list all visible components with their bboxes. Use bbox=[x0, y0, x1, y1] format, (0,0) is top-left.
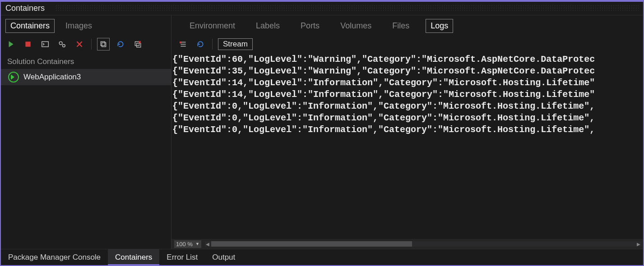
running-icon bbox=[7, 72, 18, 83]
containers-tool-window: Containers Containers Images bbox=[0, 0, 644, 266]
remove-button[interactable] bbox=[73, 38, 86, 50]
zoom-select[interactable]: 100 % ▼ bbox=[174, 240, 201, 248]
containers-list: WebApplication3 bbox=[1, 69, 171, 249]
log-text[interactable]: {"EventId":60,"LogLevel":"Warning","Cate… bbox=[171, 53, 643, 137]
start-button[interactable] bbox=[5, 38, 17, 50]
panel-title: Containers bbox=[5, 4, 47, 13]
scrollbar-thumb[interactable] bbox=[211, 241, 412, 247]
copy-button[interactable] bbox=[97, 38, 110, 50]
gears-icon bbox=[58, 40, 66, 48]
svg-point-3 bbox=[63, 45, 65, 47]
terminal-button[interactable] bbox=[39, 38, 51, 50]
refresh-icon bbox=[116, 40, 125, 48]
svg-rect-0 bbox=[25, 41, 30, 46]
svg-rect-1 bbox=[42, 41, 49, 46]
left-subtabs: Containers Images bbox=[1, 15, 171, 36]
zoom-value: 100 % bbox=[176, 241, 193, 248]
right-pane: Environment Labels Ports Volumes Files L… bbox=[171, 15, 643, 249]
toolbar-separator bbox=[212, 39, 213, 50]
chevron-down-icon: ▼ bbox=[195, 242, 199, 246]
svg-point-2 bbox=[59, 41, 62, 45]
tab-labels[interactable]: Labels bbox=[251, 19, 284, 32]
refresh-button[interactable] bbox=[114, 38, 127, 50]
scroll-right-arrow-icon[interactable]: ▶ bbox=[636, 241, 641, 247]
panel-titlebar[interactable]: Containers bbox=[1, 2, 643, 15]
clear-logs-button[interactable] bbox=[177, 38, 190, 50]
panel-grip[interactable] bbox=[55, 5, 639, 12]
left-pane: Containers Images bbox=[1, 15, 171, 249]
svg-rect-6 bbox=[135, 41, 139, 46]
section-label: Solution Containers bbox=[1, 53, 171, 69]
bottom-tab-pmc[interactable]: Package Manager Console bbox=[1, 249, 108, 265]
stop-icon bbox=[24, 40, 32, 48]
svg-rect-5 bbox=[102, 43, 106, 47]
tab-logs[interactable]: Logs bbox=[426, 19, 453, 33]
tab-environment[interactable]: Environment bbox=[185, 19, 240, 32]
stream-toggle[interactable]: Stream bbox=[218, 38, 253, 50]
tab-files[interactable]: Files bbox=[388, 19, 414, 32]
copy-icon bbox=[99, 40, 107, 48]
x-icon bbox=[75, 40, 83, 48]
play-icon bbox=[7, 40, 15, 48]
bottom-tab-containers[interactable]: Containers bbox=[108, 249, 159, 265]
container-item-webapplication3[interactable]: WebApplication3 bbox=[1, 69, 171, 85]
subtab-containers[interactable]: Containers bbox=[5, 19, 55, 33]
zoom-bar: 100 % ▼ ◀ ▶ bbox=[171, 239, 643, 249]
log-viewport: {"EventId":60,"LogLevel":"Warning","Cate… bbox=[171, 53, 643, 239]
scroll-left-arrow-icon[interactable]: ◀ bbox=[205, 241, 210, 247]
container-item-label: WebApplication3 bbox=[23, 73, 81, 82]
svg-rect-4 bbox=[101, 41, 105, 46]
bottom-tab-strip: Package Manager Console Containers Error… bbox=[1, 249, 643, 265]
left-toolbar bbox=[1, 36, 171, 53]
stop-button[interactable] bbox=[22, 38, 34, 50]
tab-volumes[interactable]: Volumes bbox=[336, 19, 376, 32]
horizontal-scrollbar[interactable]: ◀ ▶ bbox=[205, 241, 641, 247]
bottom-tab-output[interactable]: Output bbox=[205, 249, 242, 265]
refresh-logs-button[interactable] bbox=[194, 38, 207, 50]
subtab-images[interactable]: Images bbox=[61, 19, 97, 32]
clear-icon bbox=[179, 40, 187, 48]
svg-rect-7 bbox=[137, 43, 141, 47]
right-toolbar: Stream bbox=[171, 36, 643, 53]
tab-ports[interactable]: Ports bbox=[296, 19, 324, 32]
right-tabs: Environment Labels Ports Volumes Files L… bbox=[171, 15, 643, 36]
settings-button[interactable] bbox=[56, 38, 69, 50]
prune-button[interactable] bbox=[131, 38, 144, 50]
refresh-icon bbox=[196, 40, 204, 48]
bottom-tab-errorlist[interactable]: Error List bbox=[159, 249, 205, 265]
terminal-icon bbox=[41, 40, 49, 48]
toolbar-separator bbox=[91, 39, 92, 50]
prune-icon bbox=[134, 40, 142, 48]
